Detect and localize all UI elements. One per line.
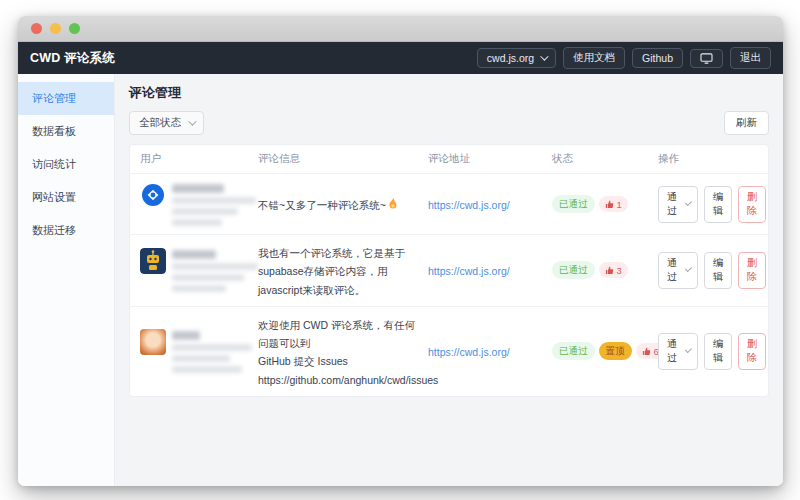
thumbs-up-icon <box>642 347 651 356</box>
approve-select-value: 通过 <box>667 337 679 365</box>
approve-select-value: 通过 <box>667 256 679 284</box>
likes-count: 3 <box>617 265 622 276</box>
sidebar-item-visit-statistics[interactable]: 访问统计 <box>18 148 114 181</box>
delete-button[interactable]: 删除 <box>738 186 766 223</box>
comment-cell: 欢迎使用 CWD 评论系统，有任何问题可以到 GitHub 提交 Issues … <box>258 315 428 388</box>
actions-cell: 通过 编辑 删除 <box>658 186 766 223</box>
page-title: 评论管理 <box>129 84 769 102</box>
url-cell: https://cwd.js.org/ <box>428 342 552 360</box>
url-cell: https://cwd.js.org/ <box>428 261 552 279</box>
navbar-actions: cwd.js.org 使用文档 Github 退出 <box>477 47 771 69</box>
comment-cell: 我也有一个评论系统，它是基于supabase存储评论内容，用javascript… <box>258 243 428 298</box>
user-cell <box>140 248 258 292</box>
comment-text: 我也有一个评论系统，它是基于supabase存储评论内容，用javascript… <box>258 247 405 296</box>
minimize-icon[interactable] <box>50 23 61 34</box>
docs-button[interactable]: 使用文档 <box>563 47 625 69</box>
likes-badge: 1 <box>599 196 628 212</box>
redacted-user-info <box>172 182 256 226</box>
avatar <box>140 248 166 274</box>
approve-select[interactable]: 通过 <box>658 186 698 223</box>
table-row: 欢迎使用 CWD 评论系统，有任何问题可以到 GitHub 提交 Issues … <box>130 307 768 396</box>
redacted-line <box>172 285 226 292</box>
approve-select-value: 通过 <box>667 190 679 218</box>
app-title: CWD 评论系统 <box>30 50 115 67</box>
col-header-status: 状态 <box>552 152 658 166</box>
redacted-line <box>172 263 258 270</box>
likes-badge: 3 <box>599 262 628 278</box>
redacted-line <box>172 366 242 373</box>
status-filter-select[interactable]: 全部状态 <box>129 111 204 135</box>
pinned-badge: 置顶 <box>599 342 632 360</box>
comment-text: 不错~又多了一种评论系统~ <box>258 199 386 211</box>
comment-cell: 不错~又多了一种评论系统~ <box>258 195 428 213</box>
user-cell <box>140 182 258 226</box>
delete-button[interactable]: 删除 <box>738 252 766 289</box>
comments-table: 用户 评论信息 评论地址 状态 操作 <box>129 144 769 397</box>
status-cell: 已通过 3 <box>552 261 658 279</box>
comment-text: 欢迎使用 CWD 评论系统，有任何问题可以到 GitHub 提交 Issues … <box>258 319 438 386</box>
chevron-down-icon <box>685 346 692 353</box>
col-header-comment: 评论信息 <box>258 152 428 166</box>
sidebar-item-site-settings[interactable]: 网站设置 <box>18 181 114 214</box>
window-titlebar <box>18 16 783 42</box>
sidebar: 评论管理 数据看板 访问统计 网站设置 数据迁移 <box>18 74 115 486</box>
redacted-user-info <box>172 329 252 373</box>
url-cell: https://cwd.js.org/ <box>428 195 552 213</box>
redacted-line <box>172 355 230 362</box>
edit-button[interactable]: 编辑 <box>704 186 732 223</box>
approve-select[interactable]: 通过 <box>658 252 698 289</box>
thumbs-up-icon <box>605 200 614 209</box>
comment-url-link[interactable]: https://cwd.js.org/ <box>428 265 510 277</box>
fire-emoji-icon <box>388 198 398 210</box>
status-badge: 已通过 <box>552 195 595 213</box>
chevron-down-icon <box>685 265 692 272</box>
edit-button[interactable]: 编辑 <box>704 252 732 289</box>
comment-url-link[interactable]: https://cwd.js.org/ <box>428 199 510 211</box>
logout-button[interactable]: 退出 <box>730 47 771 69</box>
monitor-icon <box>700 53 713 64</box>
app-window: CWD 评论系统 cwd.js.org 使用文档 Github 退出 评论管理 … <box>18 16 783 486</box>
main-content: 评论管理 全部状态 刷新 用户 评论信息 评论地址 状态 操作 <box>115 74 783 486</box>
col-header-url: 评论地址 <box>428 152 552 166</box>
app-navbar: CWD 评论系统 cwd.js.org 使用文档 Github 退出 <box>18 42 783 74</box>
likes-count: 1 <box>617 199 622 210</box>
status-filter-value: 全部状态 <box>139 116 181 130</box>
actions-cell: 通过 编辑 删除 <box>658 333 766 370</box>
approve-select[interactable]: 通过 <box>658 333 698 370</box>
col-header-actions: 操作 <box>658 152 758 166</box>
edit-button[interactable]: 编辑 <box>704 333 732 370</box>
redacted-user-info <box>172 248 258 292</box>
col-header-user: 用户 <box>140 152 258 166</box>
sidebar-item-data-dashboard[interactable]: 数据看板 <box>18 115 114 148</box>
redacted-username <box>172 184 224 193</box>
actions-cell: 通过 编辑 删除 <box>658 252 766 289</box>
redacted-line <box>172 208 238 215</box>
theme-toggle-button[interactable] <box>690 49 723 68</box>
sidebar-item-comment-management[interactable]: 评论管理 <box>18 82 114 115</box>
zoom-icon[interactable] <box>69 23 80 34</box>
table-header-row: 用户 评论信息 评论地址 状态 操作 <box>130 145 768 174</box>
status-badge: 已通过 <box>552 261 595 279</box>
redacted-username <box>172 331 200 340</box>
github-button[interactable]: Github <box>632 48 683 68</box>
toolbar: 全部状态 刷新 <box>129 111 769 135</box>
site-select[interactable]: cwd.js.org <box>477 48 556 68</box>
status-badge: 已通过 <box>552 342 595 360</box>
avatar <box>140 182 166 208</box>
comment-url-link[interactable]: https://cwd.js.org/ <box>428 346 510 358</box>
site-select-value: cwd.js.org <box>487 52 534 64</box>
close-icon[interactable] <box>31 23 42 34</box>
redacted-line <box>172 197 256 204</box>
sidebar-item-data-migration[interactable]: 数据迁移 <box>18 214 114 247</box>
table-row: 我也有一个评论系统，它是基于supabase存储评论内容，用javascript… <box>130 235 768 307</box>
refresh-button[interactable]: 刷新 <box>724 111 769 135</box>
avatar <box>140 329 166 355</box>
redacted-line <box>172 274 244 281</box>
redacted-line <box>172 344 252 351</box>
table-row: 不错~又多了一种评论系统~ https://cwd.js.org/ 已通过 1 <box>130 174 768 235</box>
status-cell: 已通过 置顶 6 <box>552 342 658 360</box>
chevron-down-icon <box>685 199 692 206</box>
chevron-down-icon <box>188 117 196 125</box>
delete-button[interactable]: 删除 <box>738 333 766 370</box>
thumbs-up-icon <box>605 266 614 275</box>
